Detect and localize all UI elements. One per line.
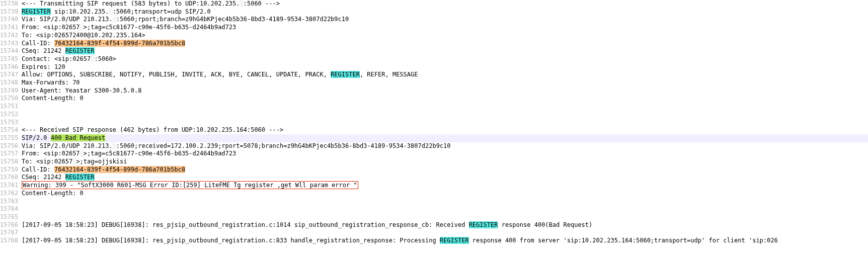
log-line: From: <sip:02657 >;tag=c5c81677-c90e-45f… [22,24,868,32]
line-number: 15738 [0,0,22,8]
log-viewer: 15738<--- Transmitting SIP request (583 … [0,0,868,245]
log-line: Expires: 120 [22,63,868,71]
log-segment [80,150,84,157]
line-number: 15752 [0,111,22,119]
line-number: 15765 [0,213,22,221]
line-number: 15741 [0,24,22,32]
log-segment: User-Agent: Yeastar S300-30.5.0.8 [22,87,141,94]
log-line: Allow: OPTIONS, SUBSCRIBE, NOTIFY, PUBLI… [22,71,868,79]
log-line: Call-ID: 76432164-839f-4f54-899d-786a701… [22,40,868,48]
log-row: 15757From: <sip:02657 >;tag=c5c81677-c90… [0,150,868,158]
log-line: Via: SIP/2.0/UDP 210.213. :5060;rport;br… [22,16,868,24]
line-number: 15756 [0,142,22,150]
log-line [22,205,868,213]
log-line: To: <sip:02657 >;tag=ojjskisi [22,158,868,166]
log-row: 15749User-Agent: Yeastar S300-30.5.0.8 [0,87,868,95]
log-line: Contact: <sip:02657 :5060> [22,55,868,63]
log-segment: :5060 ---> [244,0,280,7]
log-segment: REGISTER [22,8,51,15]
log-segment: Via: SIP/2.0/UDP 210.213. [22,142,113,149]
log-row: 15744CSeq: 21242 REGISTER [0,47,868,55]
log-row: 15765 [0,213,868,221]
log-segment [113,16,116,23]
log-segment: Contact: <sip:02657 [22,55,91,62]
line-number: 15750 [0,95,22,103]
log-row: 15752 [0,111,868,119]
log-segment: <--- Received SIP response (462 bytes) f… [22,126,283,133]
line-number: 15742 [0,32,22,40]
line-number: 15745 [0,55,22,63]
log-row: 15751 [0,103,868,111]
log-segment: , REFER, MESSAGE [360,71,418,78]
log-line: Content-Length: 0 [22,95,868,103]
log-line: REGISTER sip:10.202.235. :5060;transport… [22,8,868,16]
log-segment: Content-Length: 0 [22,95,84,102]
log-row: 15764 [0,205,868,213]
log-line: Warning: 399 - "SoftX3000 R601-MSG Error… [22,182,868,190]
line-number: 15763 [0,198,22,206]
log-segment: To: <sip:026572400@10.202.235.164> [22,32,145,39]
log-line: <--- Received SIP response (462 bytes) f… [22,126,868,134]
log-row: 15756Via: SIP/2.0/UDP 210.213. :5060;rec… [0,142,868,150]
log-line: SIP/2.0 400 Bad Request [22,134,868,142]
log-line: [2017-09-05 18:58:23] DEBUG[16938]: res_… [22,221,868,229]
line-number: 15759 [0,166,22,174]
log-segment: >;tag=c5c81677-c90e-45f6-b635-d2464b9ad7… [84,150,236,157]
log-segment: REGISTER [65,47,95,54]
line-number: 15751 [0,103,22,111]
line-number: 15762 [0,190,22,198]
log-row: 15762Content-Length: 0 [0,190,868,198]
log-row: 15763 [0,198,868,206]
log-segment: REGISTER [65,174,95,181]
log-segment: sip:10.202.235. [51,8,109,15]
log-line [22,213,868,221]
log-row: 15759Call-ID: 76432164-839f-4f54-899d-78… [0,166,868,174]
log-row: 15740Via: SIP/2.0/UDP 210.213. :5060;rpo… [0,16,868,24]
log-line: Via: SIP/2.0/UDP 210.213. :5060;received… [22,142,868,150]
log-segment: 76432164-839f-4f54-899d-786a701b5bc8 [54,166,185,173]
log-segment: REGISTER [440,237,469,244]
log-row: 15745Contact: <sip:02657 :5060> [0,55,868,63]
log-line: [2017-09-05 18:58:23] DEBUG[16938]: res_… [22,237,868,245]
line-number: 15744 [0,47,22,55]
log-line: To: <sip:026572400@10.202.235.164> [22,32,868,40]
log-row: 15761Warning: 399 - "SoftX3000 R601-MSG … [0,182,868,190]
log-segment: Call-ID: [22,166,54,173]
log-segment [113,142,116,149]
log-line: Call-ID: 76432164-839f-4f54-899d-786a701… [22,166,868,174]
line-number: 15743 [0,40,22,48]
log-row: 15755SIP/2.0 400 Bad Request [0,134,868,142]
log-row: 15741From: <sip:02657 >;tag=c5c81677-c90… [0,24,868,32]
log-line: CSeq: 21242 REGISTER [22,174,868,182]
log-line [22,198,868,206]
line-number: 15747 [0,71,22,79]
log-row: 15739REGISTER sip:10.202.235. :5060;tran… [0,8,868,16]
log-row: 15748Max-Forwards: 70 [0,79,868,87]
line-number: 15766 [0,221,22,229]
line-number: 15755 [0,134,22,142]
log-segment: SIP/2.0 [22,134,51,141]
log-segment: CSeq: 21242 [22,174,65,181]
log-segment [91,55,94,62]
line-number: 15739 [0,8,22,16]
log-row: 15767 [0,229,868,237]
log-segment: 76432164-839f-4f54-899d-786a701b5bc8 [54,40,185,47]
log-line [22,111,868,119]
line-number: 15758 [0,158,22,166]
log-segment: REGISTER [331,71,360,78]
log-segment: REGISTER [469,221,498,228]
line-number: 15749 [0,87,22,95]
log-row: 15747Allow: OPTIONS, SUBSCRIBE, NOTIFY, … [0,71,868,79]
log-segment: response 400 from server 'sip:10.202.235… [469,237,778,244]
log-row: 15743Call-ID: 76432164-839f-4f54-899d-78… [0,40,868,48]
log-segment: :5060;transport=udp SIP/2.0 [113,8,211,15]
log-segment [240,0,243,7]
log-segment: >;tag=c5c81677-c90e-45f6-b635-d2464b9ad7… [84,24,236,31]
log-segment: Warning: 399 - "SoftX3000 R601-MSG Error… [22,181,358,189]
log-row: 15766[2017-09-05 18:58:23] DEBUG[16938]:… [0,221,868,229]
log-segment: :5060;received=172.100.2.239;rport=5078;… [116,142,451,149]
log-line [22,229,868,237]
log-segment: CSeq: 21242 [22,47,65,54]
line-number: 15746 [0,63,22,71]
log-row: 15768[2017-09-05 18:58:23] DEBUG[16938]:… [0,237,868,245]
